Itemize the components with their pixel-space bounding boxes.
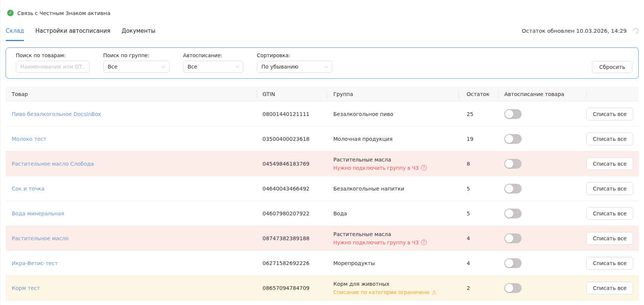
connection-status: ✓ Связь с Честным Знаком активна	[0, 0, 644, 16]
product-link[interactable]: Икра-Ветис-тест	[12, 260, 58, 266]
actions-cell: Списать все	[586, 133, 639, 145]
autowriteoff-toggle[interactable]	[504, 283, 522, 293]
products-table: Товар GTIN Группа Остаток Автосписание т…	[6, 87, 639, 300]
product-link[interactable]: Молоко тест	[12, 136, 46, 142]
note-text: Списание по категории ограничено	[333, 289, 430, 295]
reset-filters-button[interactable]: Сбросить	[592, 61, 632, 73]
product-link[interactable]: Сок и точка	[12, 186, 44, 192]
toggle-cell	[498, 283, 586, 293]
autowriteoff-select-value: Все	[188, 64, 197, 70]
group-warning-note: Списание по категории ограничено⚠	[333, 289, 458, 295]
autowriteoff-select[interactable]: Все	[183, 61, 243, 73]
autowriteoff-toggle[interactable]	[504, 184, 522, 194]
group-select-value: Все	[108, 64, 118, 70]
tab-2[interactable]: Документы	[122, 27, 156, 41]
table-row: Икра-Ветис-тест06271582692226Морепродукт…	[6, 251, 639, 276]
col-group: Группа	[327, 87, 458, 102]
gtin-cell: 04607980207922	[256, 210, 327, 217]
toggle-cell	[498, 184, 586, 194]
product-cell: Растительное масло	[6, 235, 256, 241]
note-text: Нужно подключить группу в ЧЗ	[333, 165, 419, 171]
autowriteoff-toggle[interactable]	[504, 233, 522, 243]
group-name: Безалкогольные напитки	[333, 186, 458, 192]
table-row: Сок и точка04640043466492Безалкогольные …	[6, 176, 639, 201]
gtin-cell: 04640043466492	[256, 186, 327, 192]
writeoff-all-button[interactable]: Списать все	[586, 282, 633, 294]
toggle-cell	[498, 109, 586, 119]
writeoff-all-button[interactable]: Списать все	[586, 207, 633, 220]
product-link[interactable]: Растительное масло	[12, 235, 69, 241]
product-link[interactable]: Растительное масло Слобода	[12, 161, 94, 167]
stock-cell: 5	[458, 210, 498, 217]
sort-label: Сортировка:	[257, 52, 332, 58]
writeoff-all-button[interactable]: Списать все	[586, 108, 633, 120]
table-row: Вода минеральная04607980207922Вода5Списа…	[6, 201, 639, 226]
product-link[interactable]: Корм тест	[12, 285, 40, 291]
autowriteoff-toggle[interactable]	[504, 109, 522, 119]
product-search-label: Поиск по товарам:	[16, 52, 90, 58]
autowriteoff-toggle[interactable]	[504, 258, 522, 268]
chevron-down-icon	[236, 64, 240, 68]
writeoff-all-button[interactable]: Списать все	[586, 157, 633, 170]
stock-cell: 4	[458, 235, 498, 241]
group-cell: Молочная продукция	[327, 136, 458, 142]
toggle-cell	[498, 134, 586, 144]
toggle-cell	[498, 159, 586, 169]
writeoff-all-button[interactable]: Списать все	[586, 133, 633, 145]
warning-triangle-icon: ⚠	[432, 290, 437, 295]
check-circle-icon: ✓	[7, 10, 14, 16]
actions-cell: Списать все	[586, 207, 639, 220]
tab-1[interactable]: Настройки автосписания	[35, 27, 110, 41]
product-cell: Икра-Ветис-тест	[6, 260, 256, 266]
product-cell: Корм тест	[6, 285, 256, 291]
stock-cell: 8	[458, 161, 498, 167]
actions-cell: Списать все	[586, 157, 639, 170]
group-name: Вода	[333, 210, 458, 217]
sort-select[interactable]: По убыванию	[257, 61, 332, 73]
table-header: Товар GTIN Группа Остаток Автосписание т…	[6, 87, 639, 102]
refresh-icon[interactable]	[632, 27, 640, 35]
group-cell: Безалкогольное пиво	[327, 111, 458, 117]
question-circle-icon[interactable]: ?	[421, 165, 427, 171]
group-name: Корм для животных	[333, 281, 458, 287]
group-cell: Безалкогольные напитки	[327, 186, 458, 192]
group-cell: Растительные маслаНужно подключить групп…	[327, 157, 458, 171]
autowriteoff-toggle[interactable]	[504, 159, 522, 169]
stock-updated-text: Остаток обновлен 10.03.2026, 14:29	[522, 28, 627, 34]
table-row: Молоко тест03500400023618Молочная продук…	[6, 127, 639, 151]
note-text: Нужно подключить группу в ЧЗ	[333, 239, 419, 246]
product-link[interactable]: Пиво безалкогольное DocsInBox	[12, 111, 101, 117]
filter-group-search: Поиск по группе: Все	[103, 52, 169, 78]
writeoff-all-button[interactable]: Списать все	[586, 257, 633, 270]
col-gtin: GTIN	[256, 87, 327, 102]
autowriteoff-toggle[interactable]	[504, 209, 522, 218]
group-cell: Вода	[327, 210, 458, 217]
group-error-note: Нужно подключить группу в ЧЗ?	[333, 165, 458, 171]
tab-0[interactable]: Склад	[6, 27, 24, 41]
gtin-cell: 04549846183769	[256, 161, 327, 167]
table-row: Растительное масло08747382389188Растител…	[6, 226, 639, 251]
stock-cell: 19	[458, 136, 498, 142]
table-body: Пиво безалкогольное DocsInBox08001440121…	[6, 102, 639, 300]
writeoff-all-button[interactable]: Списать все	[586, 232, 633, 245]
tabs: СкладНастройки автосписанияДокументы	[6, 27, 156, 41]
gtin-cell: 06271582692226	[256, 260, 327, 266]
product-cell: Сок и точка	[6, 186, 256, 192]
product-search-input[interactable]	[16, 61, 90, 73]
group-cell: Растительные маслаНужно подключить групп…	[327, 231, 458, 246]
group-name: Растительные масла	[333, 157, 458, 163]
actions-cell: Списать все	[586, 282, 639, 294]
actions-cell: Списать все	[586, 232, 639, 245]
table-row: Пиво безалкогольное DocsInBox08001440121…	[6, 102, 639, 127]
group-select[interactable]: Все	[103, 61, 169, 73]
group-name: Морепродукты	[333, 260, 458, 266]
question-circle-icon[interactable]: ?	[421, 239, 427, 245]
autowriteoff-label: Автосписание:	[183, 52, 243, 58]
gtin-cell: 03500400023618	[256, 136, 327, 142]
autowriteoff-toggle[interactable]	[504, 134, 522, 144]
filter-panel: Поиск по товарам: Поиск по группе: Все А…	[6, 47, 639, 79]
product-link[interactable]: Вода минеральная	[12, 210, 64, 217]
toggle-cell	[498, 233, 586, 243]
group-name: Растительные масла	[333, 231, 458, 237]
writeoff-all-button[interactable]: Списать все	[586, 182, 633, 195]
